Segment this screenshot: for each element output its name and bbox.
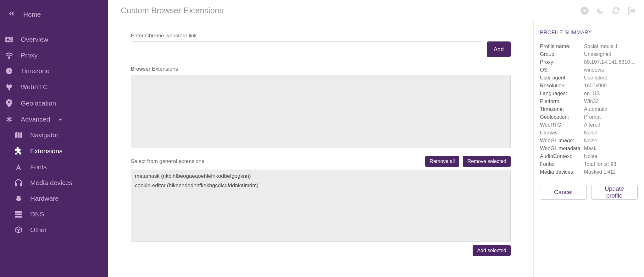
remove-all-button[interactable]: Remove all (425, 156, 459, 167)
asterisk-icon (4, 116, 14, 123)
sidebar-item-label: Extensions (30, 147, 63, 155)
sidebar-item-label: WebRTC (21, 83, 48, 91)
sidebar-item-dns[interactable]: DNS (1, 206, 108, 222)
summary-row: Media devices:Masked 1|4|2 (540, 168, 638, 176)
summary-row: User agent:Use latest (540, 74, 638, 82)
summary-row: Timezone:Automatic (540, 105, 638, 113)
sidebar-item-label: Navigator (30, 131, 58, 139)
sidebar-main-items: Overview Proxy Timezone WebRTC Geolocati… (0, 32, 108, 238)
summary-row: Languages:en_US (540, 90, 638, 97)
sidebar-sub-items: Navigator Extensions Fonts Media devices (1, 127, 108, 238)
sidebar-item-other[interactable]: Other (1, 222, 108, 238)
sidebar-item-label: DNS (30, 210, 44, 218)
wifi-icon (4, 52, 14, 59)
sidebar-item-label: Media devices (30, 179, 72, 187)
webstore-link-label: Enter Chrome webstore link (131, 33, 511, 39)
sidebar-item-advanced[interactable]: Advanced (1, 111, 108, 127)
sidebar: Home Overview Proxy Timezone WebRTC (0, 0, 108, 277)
list-option[interactable]: metamask (nkbihfbeogaeaoehlefnkodbefgpgk… (131, 170, 510, 181)
sidebar-item-proxy[interactable]: Proxy (1, 47, 108, 63)
sidebar-home[interactable]: Home (0, 4, 108, 32)
clock-icon (4, 67, 14, 75)
refresh-icon[interactable] (611, 6, 621, 15)
summary-row: Canvas:Noise (540, 129, 638, 137)
summary-row: Group:Unassigned (540, 50, 638, 58)
id-card-icon (4, 36, 14, 43)
logout-icon[interactable] (627, 6, 636, 15)
summary-row: Platform:Win32 (540, 97, 638, 105)
chip-icon (14, 195, 23, 202)
summary-row: AudioContext:Noise (540, 152, 638, 160)
svg-rect-8 (15, 214, 22, 215)
moon-icon[interactable] (596, 6, 605, 15)
sidebar-item-label: Other (30, 226, 47, 234)
sidebar-item-overview[interactable]: Overview (1, 32, 108, 47)
sidebar-item-label: Hardware (30, 195, 59, 202)
svg-point-4 (9, 58, 10, 59)
browser-extensions-label: Browser Extensions (131, 66, 511, 72)
sidebar-item-media-devices[interactable]: Media devices (1, 175, 108, 191)
add-button[interactable]: Add (487, 41, 511, 57)
sidebar-item-label: Advanced (21, 116, 50, 123)
summary-row: WebGL image:Noise (540, 137, 638, 144)
remove-selected-button[interactable]: Remove selected (463, 156, 511, 167)
svg-rect-6 (17, 196, 20, 201)
sidebar-item-hardware[interactable]: Hardware (1, 191, 108, 206)
summary-row: WebRTC:Altered (540, 121, 638, 129)
svg-rect-9 (15, 216, 22, 217)
summary-row: Resolution:1600x900 (540, 82, 638, 90)
webstore-link-input[interactable] (131, 41, 482, 55)
general-extensions-listbox[interactable]: metamask (nkbihfbeogaeaoehlefnkodbefgpgk… (131, 170, 511, 242)
profile-summary-panel: PROFILE SUMMARY Profile name:Social medi… (533, 21, 644, 277)
summary-row: Geolocation:Prompt (540, 113, 638, 121)
sidebar-item-label: Overview (21, 36, 48, 43)
sidebar-item-extensions[interactable]: Extensions (1, 143, 108, 159)
select-general-label: Select from general extensions (131, 158, 204, 165)
map-icon (14, 132, 23, 138)
sidebar-item-navigator[interactable]: Navigator (1, 127, 108, 143)
topbar-icons (580, 6, 636, 15)
page-title: Custom Browser Extensions (121, 6, 224, 15)
plug-icon (4, 83, 14, 91)
sidebar-item-label: Proxy (21, 52, 38, 59)
svg-rect-2 (9, 39, 12, 39)
font-icon (14, 163, 23, 171)
sidebar-item-timezone[interactable]: Timezone (1, 63, 108, 79)
cube-icon (14, 226, 23, 234)
send-icon[interactable] (580, 6, 589, 15)
summary-row: Profile name:Social media 1 (540, 42, 638, 50)
summary-row: OS:windows (540, 66, 638, 74)
summary-row: Fonts:Total fonts: 93 (540, 160, 638, 168)
puzzle-icon (14, 147, 23, 155)
summary-rows: Profile name:Social media 1 Group:Unassi… (540, 42, 638, 176)
sidebar-item-label: Timezone (21, 67, 49, 75)
sidebar-item-fonts[interactable]: Fonts (1, 159, 108, 175)
sidebar-item-geolocation[interactable]: Geolocation (1, 95, 108, 111)
summary-title: PROFILE SUMMARY (540, 30, 638, 35)
svg-rect-0 (5, 37, 13, 42)
main: Custom Browser Extensions Enter Chrome w… (108, 0, 644, 277)
list-option[interactable]: cookie-editor (hlkenndednhfkekhgcdicdfdd… (131, 181, 510, 190)
svg-point-1 (7, 39, 9, 41)
map-pin-icon (4, 99, 14, 107)
sidebar-item-label: Fonts (30, 163, 47, 171)
sidebar-item-label: Geolocation (21, 100, 56, 107)
headphones-icon (14, 179, 23, 187)
center-panel: Enter Chrome webstore link Add Browser E… (108, 21, 533, 277)
caret-down-icon (58, 116, 63, 123)
server-icon (14, 211, 23, 218)
svg-rect-3 (9, 40, 12, 41)
sidebar-home-label: Home (23, 11, 41, 18)
add-selected-button[interactable]: Add selected (473, 245, 511, 256)
summary-row: Proxy:89.107.14.141:63100/HTTP ... (540, 58, 638, 66)
browser-extensions-listbox[interactable] (131, 75, 511, 148)
content: Enter Chrome webstore link Add Browser E… (108, 21, 644, 277)
update-profile-button[interactable]: Update profile (591, 185, 638, 200)
sidebar-item-webrtc[interactable]: WebRTC (1, 79, 108, 95)
summary-row: WebGL metadata:Mask (540, 144, 638, 152)
svg-rect-7 (15, 211, 22, 213)
cancel-button[interactable]: Cancel (540, 185, 587, 200)
double-chevron-left-icon (8, 9, 16, 19)
topbar: Custom Browser Extensions (108, 0, 644, 21)
